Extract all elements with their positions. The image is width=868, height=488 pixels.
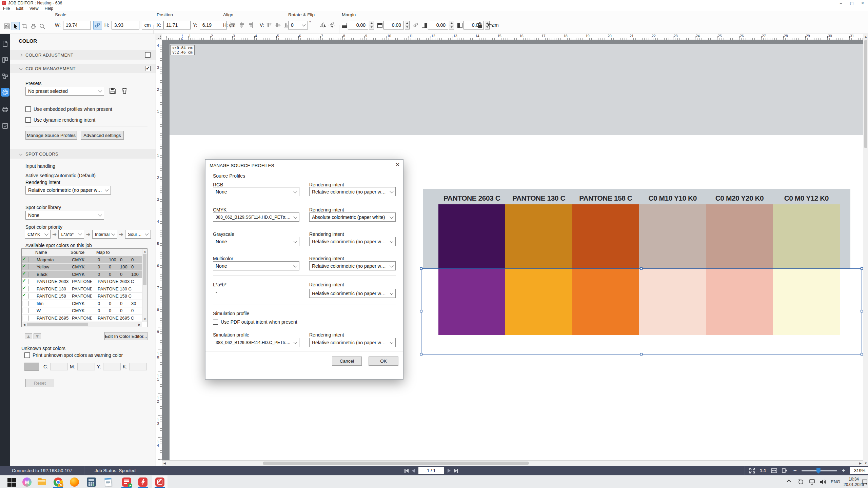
align-top-icon[interactable] — [265, 21, 273, 29]
tray-volume-icon[interactable] — [819, 479, 827, 485]
scroll-left-icon[interactable]: ◀ — [22, 322, 27, 327]
h-scroll-thumb[interactable] — [263, 462, 529, 465]
simulation-profile-select[interactable]: 383_062_B129.SSF114.HD.C_PETtr.W.BOP... — [213, 338, 299, 347]
zoom-slider-thumb[interactable] — [816, 468, 821, 474]
scroll-right-icon[interactable]: ▶ — [858, 461, 863, 466]
cell-enabled[interactable] — [22, 286, 28, 291]
table-row[interactable]: PANTONE 130PANTONEPANTONE 130 C — [22, 285, 147, 293]
menu-edit[interactable]: Edit — [13, 6, 26, 11]
scroll-up-icon[interactable]: ▲ — [142, 249, 147, 254]
pdf-output-intent-checkbox[interactable] — [213, 320, 218, 325]
align-left-icon[interactable] — [229, 21, 237, 29]
margin-bottom-stepper[interactable] — [405, 21, 410, 29]
row-checkbox[interactable] — [22, 279, 22, 284]
previous-page-icon[interactable] — [412, 469, 415, 473]
cell-source[interactable]: PANTONE — [71, 316, 92, 321]
margin-link-icon[interactable] — [413, 23, 418, 27]
cell-map-value[interactable]: PANTONE 2603 C — [96, 279, 141, 284]
scroll-down-icon[interactable]: ▼ — [142, 317, 147, 322]
row-checkbox[interactable] — [22, 272, 22, 277]
edit-in-color-editor-button[interactable]: Edit In Color Editor... — [104, 332, 147, 340]
row-checkbox[interactable] — [22, 286, 22, 291]
v-scroll-thumb[interactable] — [864, 40, 867, 148]
selection-rectangle[interactable] — [421, 268, 862, 354]
notepad-icon[interactable] — [104, 477, 113, 487]
menu-view[interactable]: View — [26, 6, 42, 11]
zoom-slider[interactable] — [802, 470, 837, 471]
reset-button[interactable]: Reset — [25, 379, 54, 387]
k-input[interactable] — [129, 363, 147, 370]
dynamic-intent-checkbox[interactable] — [25, 117, 31, 123]
tray-language[interactable]: ENG — [831, 479, 840, 484]
table-row[interactable]: YellowCMYK001000 — [22, 264, 147, 271]
rotate-angle-select[interactable]: 0 — [288, 21, 308, 29]
row-checkbox[interactable] — [22, 308, 22, 313]
row-checkbox[interactable] — [22, 264, 22, 269]
cell-map-value[interactable]: 0 — [130, 308, 141, 313]
paste-board-tool-icon[interactable] — [3, 22, 11, 30]
cell-source-dropdown[interactable] — [92, 308, 96, 313]
spot-library-select[interactable]: None — [25, 211, 104, 220]
table-row[interactable]: filmCMYK00030 — [22, 300, 147, 307]
margin-top-input[interactable]: 0.00 — [348, 21, 368, 29]
tray-meet-icon[interactable] — [797, 479, 804, 485]
cell-source[interactable]: CMYK — [71, 257, 92, 262]
row-checkbox[interactable] — [22, 301, 22, 306]
cell-map-value[interactable]: 0 — [107, 308, 119, 313]
cell-map-value[interactable]: 0 — [119, 308, 130, 313]
warning-color-checkbox[interactable] — [24, 352, 30, 358]
table-row[interactable]: MagentaCMYK010000 — [22, 256, 147, 264]
nesting-icon[interactable] — [1, 73, 9, 80]
fit-page-icon[interactable] — [782, 468, 787, 473]
spot-colors-table[interactable]: Name Source Map to MagentaCMYK010000Yell… — [21, 248, 147, 327]
row-checkbox[interactable] — [22, 293, 22, 299]
simulation-intent-select[interactable]: Relative colorimetric (no paper white) — [309, 338, 396, 347]
cell-map-value[interactable]: 0 — [96, 257, 107, 262]
m-input[interactable] — [77, 363, 95, 370]
cell-source[interactable]: CMYK — [71, 264, 92, 269]
canvas-vertical-scrollbar[interactable]: ▲ ▼ — [863, 34, 868, 466]
cell-map-value[interactable]: 0 — [107, 264, 119, 269]
embedded-profiles-row[interactable]: Use embedded profiles when present — [25, 106, 112, 112]
move-row-down-button[interactable]: ▼ — [34, 333, 41, 339]
cell-source[interactable]: CMYK — [71, 301, 92, 306]
y-input[interactable] — [103, 363, 121, 370]
cell-enabled[interactable] — [22, 293, 28, 299]
undo-icon[interactable] — [487, 22, 494, 28]
cell-name[interactable]: PANTONE 130 — [35, 286, 71, 291]
dynamic-intent-row[interactable]: Use dynamic rendering intent — [25, 117, 95, 123]
selection-handle[interactable] — [420, 267, 422, 270]
table-row[interactable]: BlackCMYK000100 — [22, 271, 147, 278]
cell-source-dropdown[interactable] — [92, 301, 96, 306]
layout-panels-icon[interactable] — [1, 56, 9, 64]
scroll-down-icon[interactable]: ▼ — [863, 461, 868, 466]
margin-top-stepper[interactable] — [369, 21, 374, 29]
align-right-icon[interactable] — [247, 21, 254, 29]
rip-queue-app-icon[interactable] — [122, 477, 131, 487]
cell-enabled[interactable] — [22, 257, 28, 262]
save-preset-icon[interactable] — [109, 87, 116, 94]
cell-name[interactable]: PANTONE 158 — [35, 293, 71, 299]
col-name[interactable]: Name — [35, 250, 71, 255]
cell-map-value[interactable]: 100 — [119, 264, 130, 269]
lock-icon[interactable] — [477, 22, 483, 29]
fit-width-icon[interactable] — [771, 468, 777, 473]
spot-rendering-intent-select[interactable]: Relative colorimetric (no paper white) — [25, 186, 111, 195]
color-palette-icon[interactable] — [1, 88, 9, 96]
move-row-up-button[interactable]: ▲ — [25, 333, 32, 339]
start-button-icon[interactable] — [7, 477, 17, 487]
cell-source[interactable]: CMYK — [71, 272, 92, 277]
scroll-left-icon[interactable]: ◀ — [162, 461, 167, 466]
cell-map-value[interactable]: 0 — [130, 264, 141, 269]
cell-map-value[interactable]: 30 — [130, 301, 141, 306]
advanced-settings-button[interactable]: Advanced settings — [81, 131, 124, 140]
multicolor-intent-select[interactable]: Relative colorimetric (no paper white) — [309, 261, 396, 270]
cell-map-value[interactable]: 0 — [96, 308, 107, 313]
selection-handle[interactable] — [640, 267, 643, 270]
menu-help[interactable]: Help — [42, 6, 57, 11]
dialog-close-icon[interactable]: ✕ — [395, 162, 400, 168]
cell-map-value[interactable]: 100 — [107, 257, 119, 262]
cell-map-value[interactable]: 0 — [96, 264, 107, 269]
rgb-intent-select[interactable]: Relative colorimetric (no paper white) — [309, 187, 396, 196]
canvas-horizontal-scrollbar[interactable]: ◀ ▶ — [162, 460, 863, 466]
